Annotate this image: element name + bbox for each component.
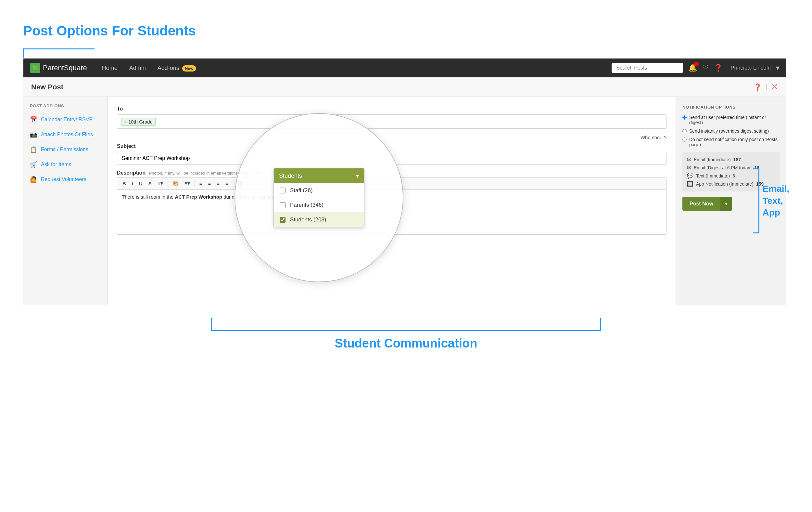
who-dropdown: Students ▾ Staff (26) Parents (346) [273,168,365,227]
toolbar-list4[interactable]: ≡ [224,180,230,187]
sidebar-item-volunteers-label: Request Volunteers [41,177,86,182]
app-window: 🟩 ParentSquare Home Admin Add-ons New 🔔 … [23,58,786,305]
app-icon: 🔲 [687,181,693,187]
toolbar-sep-1 [168,180,168,187]
radio-preferred[interactable]: Send at user preferred time (instant or … [683,115,780,125]
bracket-top [23,49,94,58]
dropdown-header-label: Students [279,172,302,180]
radio-instant-label: Send instantly (overrides digest setting… [689,128,769,134]
content-area: To × 10th Grade Who sho...? Subject [108,97,675,305]
count-email-immediate: ✉ Email (Immediate) 187 [687,156,775,163]
email-digest-label: Email (Digest at 6 PM today) [694,165,752,170]
navbar-brand: 🟩 ParentSquare [30,63,87,73]
toolbar-color[interactable]: 🎨 [171,180,181,187]
bottom-bracket [211,318,601,331]
parents-checkbox[interactable] [280,202,286,208]
email-icon-1: ✉ [687,156,691,163]
sidebar-item-photos-label: Attach Photos Or Files [41,132,93,137]
toolbar-list3[interactable]: ≡ [215,180,222,187]
dropdown-item-students[interactable]: Students (208) [274,213,364,227]
sidebar-item-calendar-label: Calendar Entry/ RSVP [41,117,93,123]
nav-home[interactable]: Home [97,62,123,74]
toolbar-underline[interactable]: U [137,180,145,187]
nav-icons: 🔔 3 ♡ ❓ Principal Lincoln ▾ [688,64,780,72]
to-label: To [117,106,666,112]
sidebar-item-forms[interactable]: 📋 Forms / Permissions [23,142,108,157]
nav-admin[interactable]: Admin [124,62,151,74]
bottom-label: Student Communication [335,336,477,350]
radio-nonotif-label: Do not send notification (only post on '… [689,137,780,147]
who-should-row: Who sho...? [117,135,666,140]
to-section: To × 10th Grade [117,106,666,129]
radio-preferred-input[interactable] [683,115,687,119]
radio-instant[interactable]: Send instantly (overrides digest setting… [683,128,780,134]
forms-icon: 📋 [30,146,37,153]
radio-instant-input[interactable] [683,129,687,133]
to-tag: × 10th Grade [121,118,155,126]
post-now-dropdown[interactable]: ▾ [720,197,732,211]
resize-icon: ⤢ [238,269,246,278]
help-circle-icon[interactable]: ❓ [754,83,762,91]
volunteers-icon: 🙋 [30,176,37,183]
staff-checkbox[interactable] [280,188,286,193]
sidebar: POST ADD-ONS 📅 Calendar Entry/ RSVP 📷 At… [23,97,108,305]
sub-header: New Post ❓ | ✕ [23,77,786,97]
heart-icon[interactable]: ♡ [702,64,709,72]
sidebar-item-photos[interactable]: 📷 Attach Photos Or Files [23,127,108,142]
toolbar-sep-3 [233,180,233,187]
text-icon: 💬 [687,172,693,179]
notif-section-title: NOTIFICATION OPTIONS [683,105,780,110]
page-container: Post Options For Students 🟩 ParentSquare… [10,10,802,502]
students-label: Students (208) [290,216,326,223]
user-chevron-icon[interactable]: ▾ [776,64,780,72]
brand-name: ParentSquare [43,64,87,72]
toolbar-list1[interactable]: ≡ [198,180,204,187]
help-icon[interactable]: ❓ [714,64,723,72]
sidebar-item-items-label: Ask for Items [41,162,71,167]
app-label: App Notification (Immediate) [696,181,754,187]
to-field[interactable]: × 10th Grade [117,114,666,129]
right-annotation-text: Email,Text,App [763,183,789,218]
toolbar-text[interactable]: T▾ [155,180,165,187]
right-annotation-bracket [753,168,759,234]
editor-bold-text: ACT Prep Workshop [175,194,222,199]
calendar-icon: 📅 [30,116,37,123]
close-button[interactable]: ✕ [771,82,778,92]
toolbar-bold[interactable]: B [120,180,128,187]
radio-nonotif[interactable]: Do not send notification (only post on '… [683,137,780,147]
text-label: Text (Immediate) [696,173,730,179]
sub-header-actions: ❓ | ✕ [754,82,778,92]
who-label: Who sho...? [640,135,666,140]
radio-preferred-label: Send at user preferred time (instant or … [689,115,780,125]
main-content: POST ADD-ONS 📅 Calendar Entry/ RSVP 📷 At… [23,97,786,305]
nav-addons[interactable]: Add-ons New [152,62,201,74]
toolbar-italic[interactable]: I [130,180,135,187]
sidebar-item-volunteers[interactable]: 🙋 Request Volunteers [23,172,108,187]
nav-links: Home Admin Add-ons New [97,62,612,74]
sidebar-item-forms-label: Forms / Permissions [41,146,88,153]
brand-icon: 🟩 [30,63,40,73]
email-immediate-count: 187 [733,157,741,162]
dropdown-header[interactable]: Students ▾ [274,168,364,183]
nav-badge: New [182,65,196,72]
bottom-area: Student Communication [23,318,789,350]
new-post-title: New Post [31,83,63,91]
post-now-button[interactable]: Post Now [683,197,720,211]
notification-badge: 3 [694,62,699,66]
toolbar-align[interactable]: ≡▾ [182,180,192,187]
navbar: 🟩 ParentSquare Home Admin Add-ons New 🔔 … [23,58,786,77]
sidebar-item-calendar[interactable]: 📅 Calendar Entry/ RSVP [23,112,108,127]
students-checkbox[interactable] [280,217,286,223]
radio-nonotif-input[interactable] [683,137,687,142]
dropdown-arrow-icon: ▾ [356,172,359,180]
user-menu[interactable]: Principal Lincoln [730,65,771,71]
dropdown-item-staff[interactable]: Staff (26) [274,183,364,198]
search-input[interactable] [612,63,683,73]
dropdown-item-parents[interactable]: Parents (346) [274,198,364,213]
toolbar-strike[interactable]: S [146,180,154,187]
text-count: 6 [732,173,735,179]
toolbar-list2[interactable]: ≡ [206,180,213,187]
notification-icon[interactable]: 🔔 3 [688,64,697,72]
parents-label: Parents (346) [290,202,323,208]
sidebar-item-items[interactable]: 🛒 Ask for Items [23,157,108,172]
